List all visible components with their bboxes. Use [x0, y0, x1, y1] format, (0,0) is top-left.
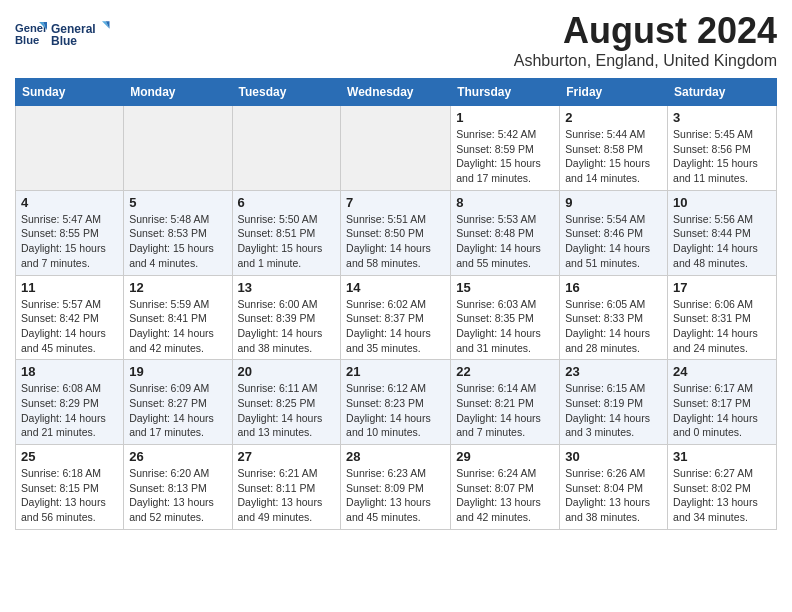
calendar-cell: 17Sunrise: 6:06 AMSunset: 8:31 PMDayligh…	[668, 275, 777, 360]
calendar-cell: 2Sunrise: 5:44 AMSunset: 8:58 PMDaylight…	[560, 106, 668, 191]
day-info: Sunrise: 5:47 AMSunset: 8:55 PMDaylight:…	[21, 212, 118, 271]
day-number: 30	[565, 449, 662, 464]
day-info: Sunrise: 5:48 AMSunset: 8:53 PMDaylight:…	[129, 212, 226, 271]
logo: General Blue General Blue	[15, 16, 111, 52]
day-number: 22	[456, 364, 554, 379]
calendar-cell: 18Sunrise: 6:08 AMSunset: 8:29 PMDayligh…	[16, 360, 124, 445]
calendar-cell: 8Sunrise: 5:53 AMSunset: 8:48 PMDaylight…	[451, 190, 560, 275]
day-number: 13	[238, 280, 336, 295]
calendar-cell: 1Sunrise: 5:42 AMSunset: 8:59 PMDaylight…	[451, 106, 560, 191]
day-number: 24	[673, 364, 771, 379]
day-info: Sunrise: 6:06 AMSunset: 8:31 PMDaylight:…	[673, 297, 771, 356]
calendar-cell: 22Sunrise: 6:14 AMSunset: 8:21 PMDayligh…	[451, 360, 560, 445]
day-info: Sunrise: 6:26 AMSunset: 8:04 PMDaylight:…	[565, 466, 662, 525]
calendar-cell	[16, 106, 124, 191]
day-number: 14	[346, 280, 445, 295]
calendar-cell: 31Sunrise: 6:27 AMSunset: 8:02 PMDayligh…	[668, 445, 777, 530]
svg-text:Blue: Blue	[15, 34, 39, 46]
day-number: 26	[129, 449, 226, 464]
day-info: Sunrise: 6:18 AMSunset: 8:15 PMDaylight:…	[21, 466, 118, 525]
day-number: 28	[346, 449, 445, 464]
day-info: Sunrise: 5:44 AMSunset: 8:58 PMDaylight:…	[565, 127, 662, 186]
calendar-cell: 6Sunrise: 5:50 AMSunset: 8:51 PMDaylight…	[232, 190, 341, 275]
calendar-cell: 21Sunrise: 6:12 AMSunset: 8:23 PMDayligh…	[341, 360, 451, 445]
day-number: 23	[565, 364, 662, 379]
day-info: Sunrise: 6:09 AMSunset: 8:27 PMDaylight:…	[129, 381, 226, 440]
day-number: 12	[129, 280, 226, 295]
calendar-table: SundayMondayTuesdayWednesdayThursdayFrid…	[15, 78, 777, 530]
day-number: 27	[238, 449, 336, 464]
calendar-cell	[232, 106, 341, 191]
day-info: Sunrise: 5:53 AMSunset: 8:48 PMDaylight:…	[456, 212, 554, 271]
day-number: 8	[456, 195, 554, 210]
calendar-cell: 30Sunrise: 6:26 AMSunset: 8:04 PMDayligh…	[560, 445, 668, 530]
day-info: Sunrise: 6:27 AMSunset: 8:02 PMDaylight:…	[673, 466, 771, 525]
calendar-cell	[124, 106, 232, 191]
calendar-cell: 14Sunrise: 6:02 AMSunset: 8:37 PMDayligh…	[341, 275, 451, 360]
calendar-cell: 13Sunrise: 6:00 AMSunset: 8:39 PMDayligh…	[232, 275, 341, 360]
day-info: Sunrise: 6:11 AMSunset: 8:25 PMDaylight:…	[238, 381, 336, 440]
weekday-header-sunday: Sunday	[16, 79, 124, 106]
calendar-cell: 26Sunrise: 6:20 AMSunset: 8:13 PMDayligh…	[124, 445, 232, 530]
day-number: 19	[129, 364, 226, 379]
month-title: August 2024	[514, 10, 777, 52]
calendar-cell: 11Sunrise: 5:57 AMSunset: 8:42 PMDayligh…	[16, 275, 124, 360]
weekday-header-row: SundayMondayTuesdayWednesdayThursdayFrid…	[16, 79, 777, 106]
day-info: Sunrise: 5:54 AMSunset: 8:46 PMDaylight:…	[565, 212, 662, 271]
calendar-cell: 23Sunrise: 6:15 AMSunset: 8:19 PMDayligh…	[560, 360, 668, 445]
logo-icon: General Blue	[15, 18, 47, 50]
weekday-header-monday: Monday	[124, 79, 232, 106]
logo-svg: General Blue	[51, 16, 111, 52]
day-info: Sunrise: 6:05 AMSunset: 8:33 PMDaylight:…	[565, 297, 662, 356]
day-info: Sunrise: 5:56 AMSunset: 8:44 PMDaylight:…	[673, 212, 771, 271]
day-info: Sunrise: 6:17 AMSunset: 8:17 PMDaylight:…	[673, 381, 771, 440]
calendar-cell: 29Sunrise: 6:24 AMSunset: 8:07 PMDayligh…	[451, 445, 560, 530]
day-number: 11	[21, 280, 118, 295]
day-number: 3	[673, 110, 771, 125]
weekday-header-tuesday: Tuesday	[232, 79, 341, 106]
calendar-cell: 25Sunrise: 6:18 AMSunset: 8:15 PMDayligh…	[16, 445, 124, 530]
day-number: 6	[238, 195, 336, 210]
location: Ashburton, England, United Kingdom	[514, 52, 777, 70]
day-info: Sunrise: 6:03 AMSunset: 8:35 PMDaylight:…	[456, 297, 554, 356]
day-number: 17	[673, 280, 771, 295]
day-info: Sunrise: 6:12 AMSunset: 8:23 PMDaylight:…	[346, 381, 445, 440]
day-info: Sunrise: 6:24 AMSunset: 8:07 PMDaylight:…	[456, 466, 554, 525]
day-number: 9	[565, 195, 662, 210]
calendar-cell: 7Sunrise: 5:51 AMSunset: 8:50 PMDaylight…	[341, 190, 451, 275]
day-info: Sunrise: 5:42 AMSunset: 8:59 PMDaylight:…	[456, 127, 554, 186]
calendar-cell: 20Sunrise: 6:11 AMSunset: 8:25 PMDayligh…	[232, 360, 341, 445]
day-info: Sunrise: 5:57 AMSunset: 8:42 PMDaylight:…	[21, 297, 118, 356]
day-number: 20	[238, 364, 336, 379]
calendar-week-row: 25Sunrise: 6:18 AMSunset: 8:15 PMDayligh…	[16, 445, 777, 530]
day-number: 15	[456, 280, 554, 295]
page-header: General Blue General Blue August 2024 As…	[15, 10, 777, 70]
calendar-cell: 4Sunrise: 5:47 AMSunset: 8:55 PMDaylight…	[16, 190, 124, 275]
day-number: 29	[456, 449, 554, 464]
weekday-header-wednesday: Wednesday	[341, 79, 451, 106]
day-info: Sunrise: 6:15 AMSunset: 8:19 PMDaylight:…	[565, 381, 662, 440]
weekday-header-thursday: Thursday	[451, 79, 560, 106]
day-info: Sunrise: 6:14 AMSunset: 8:21 PMDaylight:…	[456, 381, 554, 440]
day-number: 1	[456, 110, 554, 125]
day-info: Sunrise: 6:08 AMSunset: 8:29 PMDaylight:…	[21, 381, 118, 440]
day-number: 2	[565, 110, 662, 125]
day-number: 25	[21, 449, 118, 464]
day-number: 31	[673, 449, 771, 464]
day-number: 10	[673, 195, 771, 210]
calendar-cell: 19Sunrise: 6:09 AMSunset: 8:27 PMDayligh…	[124, 360, 232, 445]
day-info: Sunrise: 5:51 AMSunset: 8:50 PMDaylight:…	[346, 212, 445, 271]
svg-text:Blue: Blue	[51, 34, 77, 48]
day-info: Sunrise: 6:02 AMSunset: 8:37 PMDaylight:…	[346, 297, 445, 356]
day-number: 21	[346, 364, 445, 379]
day-info: Sunrise: 6:23 AMSunset: 8:09 PMDaylight:…	[346, 466, 445, 525]
calendar-week-row: 18Sunrise: 6:08 AMSunset: 8:29 PMDayligh…	[16, 360, 777, 445]
calendar-cell: 15Sunrise: 6:03 AMSunset: 8:35 PMDayligh…	[451, 275, 560, 360]
calendar-week-row: 4Sunrise: 5:47 AMSunset: 8:55 PMDaylight…	[16, 190, 777, 275]
weekday-header-saturday: Saturday	[668, 79, 777, 106]
day-info: Sunrise: 6:20 AMSunset: 8:13 PMDaylight:…	[129, 466, 226, 525]
calendar-cell: 28Sunrise: 6:23 AMSunset: 8:09 PMDayligh…	[341, 445, 451, 530]
day-number: 5	[129, 195, 226, 210]
day-number: 16	[565, 280, 662, 295]
day-info: Sunrise: 5:45 AMSunset: 8:56 PMDaylight:…	[673, 127, 771, 186]
